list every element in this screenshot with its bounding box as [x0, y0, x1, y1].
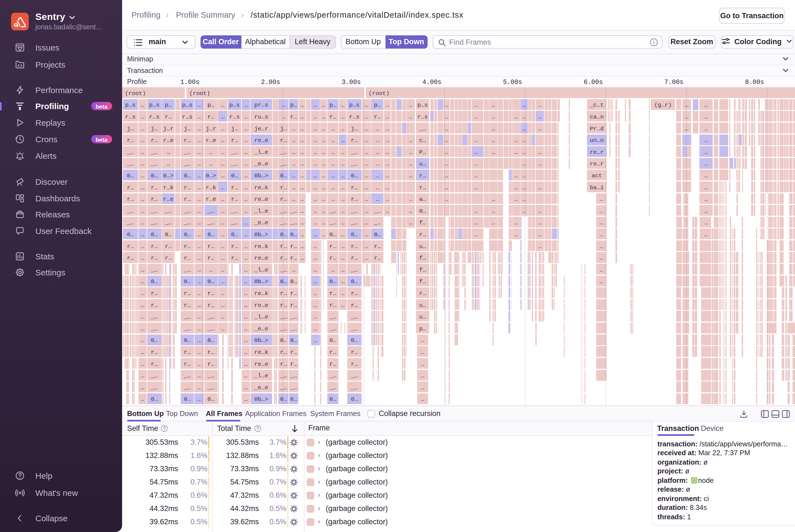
svg-text:…: …: [300, 208, 304, 214]
svg-text:…: …: [685, 114, 688, 120]
svg-text:_…: _…: [280, 384, 287, 391]
svg-text:r…: r…: [184, 361, 190, 367]
svg-text:r…: r…: [231, 196, 238, 203]
svg-text:…: …: [522, 114, 526, 120]
svg-text:…: …: [221, 208, 224, 214]
svg-text:…: …: [364, 220, 368, 226]
svg-text:r…: r…: [351, 349, 357, 356]
svg-text:_…: _…: [350, 314, 357, 320]
svg-text:…: …: [313, 137, 317, 144]
svg-text:…: …: [140, 208, 144, 214]
svg-text:…: …: [491, 208, 495, 214]
svg-text:…: …: [244, 255, 247, 261]
svg-text:…: …: [140, 220, 144, 226]
svg-text:…: …: [385, 149, 389, 155]
svg-text:…: …: [538, 243, 542, 250]
svg-text:…: …: [474, 231, 477, 238]
svg-text:r…: r…: [280, 361, 287, 367]
svg-text:…: …: [514, 231, 518, 238]
svg-text:…: …: [385, 126, 389, 132]
svg-text:r…k: r…k: [206, 185, 216, 191]
svg-text:…: …: [244, 220, 247, 226]
svg-text:…: …: [375, 196, 379, 203]
svg-text:…: …: [375, 161, 379, 167]
svg-text:_…: _…: [150, 384, 157, 391]
svg-text:r…: r…: [280, 302, 287, 308]
svg-text:…: …: [474, 149, 477, 155]
svg-text:_…: _…: [207, 314, 214, 320]
svg-text:p…: p…: [207, 102, 214, 108]
svg-text:…: …: [140, 326, 144, 332]
svg-text:_…: _…: [164, 208, 172, 214]
svg-text:0b…>: 0b…>: [254, 396, 268, 402]
svg-text:…: …: [685, 102, 688, 108]
svg-text:…: …: [244, 384, 247, 391]
svg-text:0…: 0…: [290, 396, 297, 402]
svg-text:…: …: [444, 114, 448, 120]
svg-text:…: …: [538, 102, 542, 108]
svg-text:_…: _…: [350, 373, 357, 379]
svg-text:…: …: [197, 243, 201, 250]
svg-text:…: …: [514, 220, 518, 226]
svg-text:…: …: [197, 161, 201, 167]
svg-text:…: …: [538, 208, 542, 214]
svg-text:…: …: [522, 161, 526, 167]
svg-text:0…: 0…: [351, 279, 357, 285]
svg-text:…: …: [292, 196, 295, 203]
svg-text:…: …: [313, 279, 317, 285]
svg-text:p…s: p…s: [349, 102, 359, 108]
svg-text:…: …: [313, 126, 317, 132]
svg-text:…: …: [341, 208, 344, 214]
svg-text:r…k: r…k: [163, 185, 173, 191]
svg-text:…: …: [140, 243, 144, 250]
svg-text:…: …: [292, 149, 295, 155]
svg-text:…: …: [514, 185, 518, 191]
svg-text:…: …: [282, 114, 285, 120]
svg-text:…: …: [209, 161, 212, 167]
svg-text:_…: _…: [207, 326, 214, 332]
svg-text:…: …: [522, 126, 526, 132]
svg-text:…: …: [538, 220, 542, 226]
svg-text:re…k: re…k: [254, 349, 268, 356]
svg-text:…: …: [600, 267, 603, 273]
svg-text:…: …: [375, 149, 379, 155]
svg-text:…: …: [313, 161, 317, 167]
svg-text:…: …: [300, 102, 304, 108]
svg-text:_…: _…: [374, 220, 381, 226]
svg-text:0…: 0…: [151, 396, 157, 402]
svg-text:_…: _…: [183, 208, 190, 214]
svg-text:…: …: [385, 137, 389, 144]
svg-text:r…: r…: [207, 349, 214, 356]
svg-text:…: …: [491, 114, 495, 120]
svg-text:r…: r…: [280, 196, 287, 203]
svg-text:r…: r…: [374, 255, 381, 261]
svg-text:…: …: [140, 102, 144, 108]
svg-text:…: …: [244, 337, 247, 344]
svg-text:…: …: [421, 349, 424, 356]
svg-text:…: …: [375, 126, 379, 132]
svg-text:re…k: re…k: [254, 243, 268, 250]
svg-text:…: …: [341, 290, 344, 297]
svg-text:…: …: [140, 373, 144, 379]
svg-text:r…: r…: [127, 255, 133, 261]
svg-text:…: …: [474, 220, 477, 226]
svg-text:…: …: [244, 126, 247, 132]
svg-text:_…: _…: [329, 384, 336, 391]
svg-text:…: …: [140, 279, 144, 285]
svg-text:_…: _…: [207, 220, 214, 226]
svg-text:p…s: p…s: [182, 102, 192, 108]
svg-text:r…: r…: [280, 349, 287, 356]
svg-text:…: …: [385, 173, 389, 179]
svg-text:r…: r…: [290, 349, 297, 356]
svg-text:_…: _…: [290, 326, 297, 332]
svg-text:…: …: [444, 149, 448, 155]
svg-text:_…: _…: [280, 220, 287, 226]
svg-text:…: …: [421, 337, 424, 344]
svg-text:…: …: [322, 173, 325, 179]
svg-text:…: …: [313, 255, 317, 261]
svg-text:…: …: [197, 349, 201, 356]
svg-text:un…n: un…n: [589, 137, 603, 144]
svg-text:…: …: [444, 126, 448, 132]
svg-text:0…: 0…: [329, 396, 336, 402]
svg-text:_…: _…: [231, 149, 238, 155]
